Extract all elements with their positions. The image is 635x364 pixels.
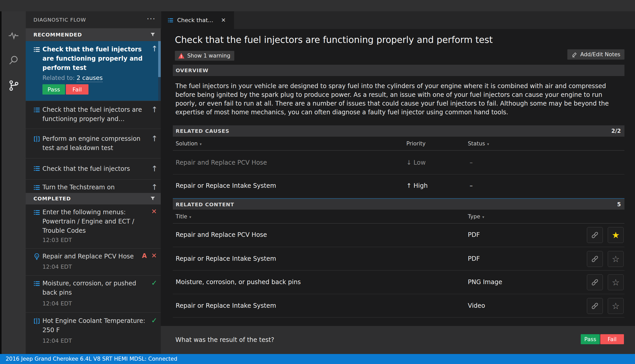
timestamp: 12:04 EDT <box>42 264 72 270</box>
passed-icon: ✓ <box>151 316 157 325</box>
content-row[interactable]: Repair or Replace Intake System PDF ☆ <box>173 247 624 270</box>
favorite-star-button[interactable]: ☆ <box>608 298 624 314</box>
related-to-label: Related to: <box>42 74 75 81</box>
test-result-buttons: Pass Fail <box>581 334 624 344</box>
overview-label: OVERVIEW <box>176 65 209 76</box>
sidebar-more-actions-icon[interactable]: ··· <box>147 11 156 27</box>
step-title: Turn the Techstream on <box>42 183 150 192</box>
priority-up-icon: ↑ <box>406 182 412 189</box>
fail-button[interactable]: Fail <box>66 84 88 95</box>
related-causes-label: RELATED CAUSES <box>176 125 229 137</box>
open-link-button[interactable] <box>587 298 603 314</box>
open-link-button[interactable] <box>587 251 603 267</box>
steps-list-icon <box>33 209 41 216</box>
sidebar-scrollbar-thumb[interactable] <box>158 41 161 77</box>
status-bar[interactable]: 2016 Jeep Grand Cherokee 6.4L V8 SRT HEM… <box>0 354 635 364</box>
related-causes-section-bar: RELATED CAUSES 2/2 <box>173 125 624 137</box>
open-link-button[interactable] <box>587 227 603 243</box>
promote-up-icon[interactable]: ↑ <box>151 44 158 53</box>
column-type[interactable]: Type▾ <box>468 210 484 224</box>
timestamp: 12:03 EDT <box>42 237 72 243</box>
related-causes-link[interactable]: 2 causes <box>77 74 103 82</box>
lightbulb-icon <box>33 253 41 260</box>
sidebar-title: DIAGNOSTIC FLOW <box>33 11 86 28</box>
completed-item[interactable]: Enter the following menus: Powertrain / … <box>26 204 161 248</box>
link-icon <box>591 302 599 310</box>
completed-item[interactable]: Moisture, corrosion, or pushed back pins… <box>26 275 161 312</box>
recommended-item[interactable]: Turn the Techstream on ↑ <box>26 179 161 193</box>
compare-test-icon <box>33 135 41 143</box>
sort-caret-icon: ▾ <box>200 142 202 146</box>
search-icon[interactable] <box>7 54 20 67</box>
related-causes-count: 2/2 <box>611 125 621 137</box>
page-title: Check that the fuel injectors are functi… <box>175 35 493 45</box>
favorite-star-button[interactable]: ★ <box>608 227 624 243</box>
related-causes-header-row: Solution▾ Priority Status▾ <box>173 137 624 151</box>
diagnostic-flow-icon[interactable] <box>7 79 20 92</box>
content-row[interactable]: Repair and Replace PCV Hose PDF ★ <box>173 223 624 247</box>
favorite-star-button[interactable]: ☆ <box>608 251 624 267</box>
cause-row[interactable]: Repair and Replace PCV Hose ↓ Low – <box>173 151 624 174</box>
priority-down-icon: ↓ <box>406 159 412 166</box>
vehicle-connection-status: 2016 Jeep Grand Cherokee 6.4L V8 SRT HEM… <box>6 356 177 362</box>
cause-row[interactable]: Repair or Replace Intake System ↑ High – <box>173 174 624 198</box>
steps-list-icon <box>33 46 41 53</box>
show-warning-label: Show 1 warning <box>187 53 230 59</box>
section-header-completed: COMPLETED <box>26 193 161 204</box>
promote-up-icon[interactable]: ↑ <box>151 183 158 192</box>
favorite-star-button[interactable]: ☆ <box>608 274 624 290</box>
section-header-recommended: RECOMMENDED <box>26 28 161 41</box>
tab-bar: Check that... ✕ <box>161 11 635 29</box>
column-title[interactable]: Title▾ <box>176 210 191 224</box>
main-content: Check that the fuel injectors are functi… <box>161 29 635 326</box>
related-to-line: Related to: 2 causes <box>42 74 103 81</box>
show-warning-button[interactable]: Show 1 warning <box>175 51 234 61</box>
diagnostics-pulse-icon[interactable] <box>7 29 20 42</box>
passed-icon: ✓ <box>151 279 157 287</box>
link-icon <box>591 231 599 239</box>
overview-text: The fuel injectors in your vehicle are d… <box>175 82 624 117</box>
fail-button[interactable]: Fail <box>600 334 624 344</box>
completed-item[interactable]: Hot Engine Coolant Temperature: 250 F ✓ … <box>26 312 161 350</box>
timestamp: 12:04 EDT <box>42 300 72 307</box>
tab-check-that[interactable]: Check that... ✕ <box>161 11 234 29</box>
column-status[interactable]: Status▾ <box>468 137 489 151</box>
open-link-button[interactable] <box>587 274 603 290</box>
sidebar-panel-header: DIAGNOSTIC FLOW ··· <box>26 11 161 28</box>
pencil-icon <box>571 51 578 58</box>
column-solution[interactable]: Solution▾ <box>176 137 202 151</box>
recommended-item[interactable]: Check that the fuel injectors are functi… <box>26 101 161 129</box>
steps-list-icon <box>33 106 41 114</box>
pass-button[interactable]: Pass <box>42 84 65 95</box>
content-row[interactable]: Repair or Replace Intake System Video ☆ <box>173 294 624 318</box>
add-edit-notes-button[interactable]: Add/Edit Notes <box>567 49 624 60</box>
step-title: Check that the fuel injectors <box>42 164 150 173</box>
filter-icon[interactable] <box>150 32 156 38</box>
pass-button[interactable]: Pass <box>581 334 600 344</box>
tab-close-icon[interactable]: ✕ <box>221 11 226 29</box>
completed-item[interactable]: Repair and Replace PCV Hose A ✕ 12:04 ED… <box>26 248 161 275</box>
content-type: PNG Image <box>468 278 502 286</box>
promote-up-icon[interactable]: ↑ <box>151 164 158 173</box>
content-title: Moisture, corrosion, or pushed back pins <box>176 278 301 286</box>
cause-priority: ↑ High <box>406 182 428 189</box>
auto-badge: A <box>142 252 147 259</box>
recommended-item[interactable]: Perform an engine compression test and l… <box>26 129 161 158</box>
promote-up-icon[interactable]: ↑ <box>151 105 158 114</box>
promote-up-icon[interactable]: ↑ <box>151 134 158 143</box>
test-result-question: What was the result of the test? <box>175 326 274 354</box>
sidebar-diagnostic-flow: DIAGNOSTIC FLOW ··· RECOMMENDED Check th… <box>26 11 161 354</box>
cause-priority: ↓ Low <box>406 159 426 166</box>
filter-icon[interactable] <box>150 196 156 201</box>
cause-solution: Repair or Replace Intake System <box>176 182 276 189</box>
content-type: PDF <box>468 231 480 238</box>
recommended-item[interactable]: Check that the fuel injectors ↑ <box>26 158 161 179</box>
column-priority[interactable]: Priority <box>406 137 426 151</box>
content-row[interactable]: Moisture, corrosion, or pushed back pins… <box>173 270 624 294</box>
step-title: Check that the fuel injectors are functi… <box>42 105 150 124</box>
recommended-item-selected[interactable]: Check that the fuel injectors are functi… <box>26 41 161 101</box>
content-title: Repair and Replace PCV Hose <box>176 231 267 238</box>
warning-triangle-icon <box>178 53 185 59</box>
sort-caret-icon: ▾ <box>189 215 191 219</box>
cause-status: – <box>470 159 473 166</box>
